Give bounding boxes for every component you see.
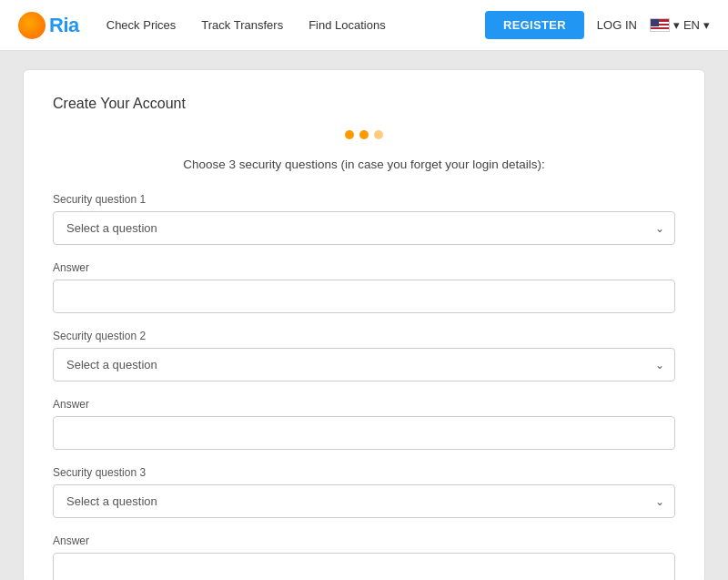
logo: Ria [18,12,79,39]
answer-3-group: Answer [53,534,675,580]
header: Ria Check Prices Track Transfers Find Lo… [0,0,728,51]
security-question-2-group: Security question 2 Select a question ⌄ [53,330,675,382]
answer-1-group: Answer [53,261,675,313]
nav-find-locations[interactable]: Find Locations [308,18,386,32]
card-title: Create Your Account [53,96,675,112]
main-content: Create Your Account Choose 3 security qu… [0,51,728,580]
security-question-3-group: Security question 3 Select a question ⌄ [53,466,675,518]
security-question-3-wrapper: Select a question ⌄ [53,484,675,518]
answer-1-input[interactable] [53,280,675,313]
security-question-2-label: Security question 2 [53,330,675,342]
nav-track-transfers[interactable]: Track Transfers [201,18,283,32]
create-account-card: Create Your Account Choose 3 security qu… [23,69,705,580]
answer-2-group: Answer [53,398,675,450]
security-question-1-select[interactable]: Select a question [53,211,675,245]
logo-text: Ria [49,14,79,37]
step-dot-1 [345,130,354,139]
step-dots [53,130,675,139]
logo-icon [18,12,46,39]
answer-3-label: Answer [53,534,675,547]
login-button[interactable]: LOG IN [597,18,637,32]
security-question-1-group: Security question 1 Select a question ⌄ [53,193,675,245]
section-description: Choose 3 security questions (in case you… [53,158,675,171]
nav: Check Prices Track Transfers Find Locati… [106,18,485,32]
security-question-2-select[interactable]: Select a question [53,348,675,382]
answer-1-label: Answer [53,261,675,274]
answer-3-input[interactable] [53,553,675,580]
answer-2-label: Answer [53,398,675,411]
security-question-3-select[interactable]: Select a question [53,484,675,518]
chevron-down-icon: ▾ [673,18,680,32]
security-question-2-wrapper: Select a question ⌄ [53,348,675,382]
register-button[interactable]: REGISTER [485,11,584,39]
lang-chevron-icon: ▾ [703,18,710,32]
security-question-3-label: Security question 3 [53,466,675,479]
step-dot-3 [374,130,383,139]
security-question-1-label: Security question 1 [53,193,675,206]
step-dot-2 [359,130,369,139]
nav-check-prices[interactable]: Check Prices [106,18,177,32]
security-question-1-wrapper: Select a question ⌄ [53,211,675,245]
answer-2-input[interactable] [53,416,675,450]
language-selector[interactable]: ▾ EN ▾ [650,18,710,32]
flag-icon [650,18,670,32]
lang-code: EN [683,18,700,32]
header-actions: REGISTER LOG IN ▾ EN ▾ [485,11,710,39]
